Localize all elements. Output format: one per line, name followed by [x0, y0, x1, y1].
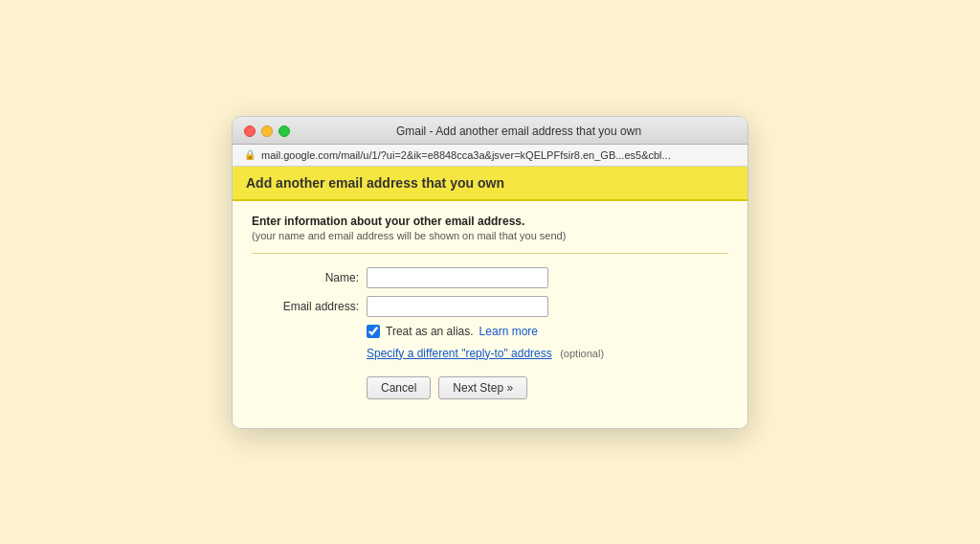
title-bar: Gmail - Add another email address that y… — [233, 117, 747, 145]
url-text: mail.google.com/mail/u/1/?ui=2&ik=e8848c… — [261, 149, 736, 161]
email-input[interactable] — [367, 296, 548, 317]
page-content: Add another email address that you own E… — [233, 167, 747, 428]
address-bar: 🔒 mail.google.com/mail/u/1/?ui=2&ik=e884… — [233, 145, 747, 167]
optional-text: (optional) — [560, 348, 604, 359]
name-label: Name: — [252, 271, 367, 284]
lock-icon: 🔒 — [244, 149, 256, 160]
next-step-button[interactable]: Next Step » — [438, 376, 527, 399]
minimize-button[interactable] — [261, 125, 273, 137]
name-input[interactable] — [367, 267, 548, 288]
page-header: Add another email address that you own — [233, 167, 747, 201]
browser-window: Gmail - Add another email address that y… — [232, 116, 748, 429]
page-title: Gmail - Add another email address that y… — [301, 125, 736, 138]
reply-to-row: Specify a different "reply-to" address (… — [367, 344, 728, 361]
alias-row: Treat as an alias. Learn more — [367, 325, 728, 338]
page-body: Enter information about your other email… — [233, 201, 747, 428]
divider — [252, 253, 728, 254]
alias-checkbox[interactable] — [367, 325, 380, 338]
alias-label: Treat as an alias. — [386, 325, 474, 338]
traffic-lights — [244, 125, 290, 137]
section-title: Enter information about your other email… — [252, 215, 728, 228]
learn-more-link[interactable]: Learn more — [479, 325, 538, 338]
reply-to-link[interactable]: Specify a different "reply-to" address — [367, 347, 552, 360]
name-row: Name: — [252, 267, 728, 288]
section-subtitle: (your name and email address will be sho… — [252, 230, 728, 241]
email-row: Email address: — [252, 296, 728, 317]
cancel-button[interactable]: Cancel — [367, 376, 431, 399]
page-header-title: Add another email address that you own — [246, 175, 504, 191]
close-button[interactable] — [244, 125, 256, 137]
email-label: Email address: — [252, 300, 367, 313]
button-row: Cancel Next Step » — [367, 376, 728, 399]
fullscreen-button[interactable] — [278, 125, 290, 137]
